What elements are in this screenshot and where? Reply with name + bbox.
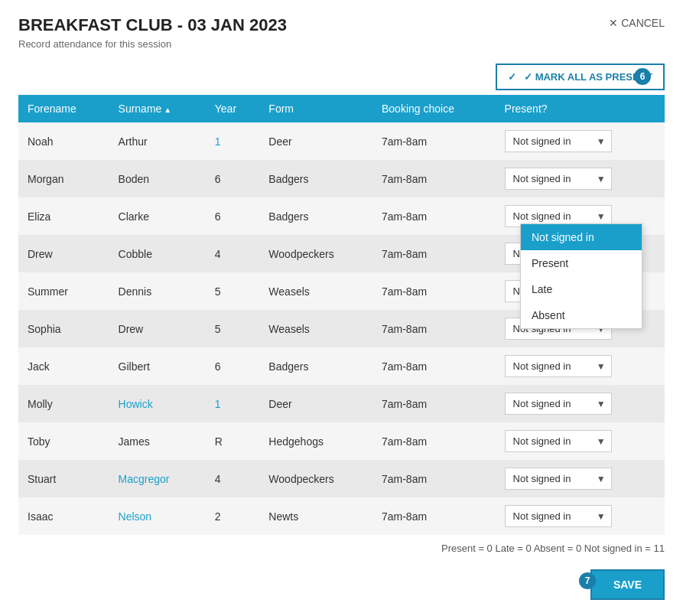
cell-year: 1 <box>206 122 260 160</box>
cell-year: R <box>206 422 260 460</box>
cell-forename: Morgan <box>18 160 109 197</box>
cell-surname: Dennis <box>109 272 206 310</box>
attendance-table-container: Forename Surname Year Form Booking choic… <box>0 95 683 535</box>
cell-form: Weasels <box>259 272 372 310</box>
table-row: Stuart Macgregor 4 Woodpeckers 7am-8am N… <box>18 460 665 497</box>
table-row: Toby James R Hedgehogs 7am-8am Not signe… <box>18 422 665 460</box>
cell-present[interactable]: Not signed inPresentLateAbsent▼ <box>496 385 665 422</box>
cell-booking: 7am-8am <box>372 460 496 497</box>
cell-form: Newts <box>259 497 372 535</box>
cell-forename: Drew <box>18 235 109 272</box>
cell-forename: Isaac <box>18 497 109 535</box>
cell-present[interactable]: Not signed inPresentLateAbsent▼ <box>496 347 665 385</box>
cell-forename: Noah <box>18 122 109 160</box>
cell-present[interactable]: Not signed inPresentLateAbsent▼ <box>496 460 665 497</box>
cell-forename: Jack <box>18 347 109 385</box>
status-select-6[interactable]: Not signed inPresentLateAbsent <box>505 355 612 377</box>
cell-surname: Drew <box>109 310 206 347</box>
cell-form: Badgers <box>259 197 372 235</box>
col-present: Present? <box>496 95 665 122</box>
dropdown-option-late[interactable]: Late <box>521 276 642 302</box>
page-subtitle: Record attendance for this session <box>18 38 665 50</box>
summary-row: Present = 0 Late = 0 Absent = 0 Not sign… <box>0 535 683 562</box>
toolbar: 6 ✓ ✓ MARK ALL AS PRESENT <box>0 56 683 95</box>
status-dropdown-open[interactable]: Not signed in Present Late Absent <box>520 223 642 329</box>
cell-booking: 7am-8am <box>372 347 496 385</box>
cell-surname[interactable]: Howick <box>109 385 206 422</box>
col-year: Year <box>206 95 260 122</box>
col-surname[interactable]: Surname <box>109 95 206 122</box>
cell-present[interactable]: Not signed inPresentLateAbsent▼ <box>496 422 665 460</box>
cell-booking: 7am-8am <box>372 197 496 235</box>
cell-year: 2 <box>206 497 260 535</box>
cell-forename: Summer <box>18 272 109 310</box>
table-row: Isaac Nelson 2 Newts 7am-8am Not signed … <box>18 497 665 535</box>
col-form: Form <box>259 95 372 122</box>
cell-forename: Sophia <box>18 310 109 347</box>
mark-all-label: ✓ MARK ALL AS PRESENT <box>524 71 652 83</box>
cell-booking: 7am-8am <box>372 160 496 197</box>
cell-booking: 7am-8am <box>372 310 496 347</box>
mark-all-badge: 6 <box>634 68 651 85</box>
dropdown-option-present[interactable]: Present <box>521 250 642 276</box>
cell-year: 6 <box>206 160 260 197</box>
status-select-8[interactable]: Not signed inPresentLateAbsent <box>505 430 612 452</box>
checkmark-icon: ✓ <box>508 71 516 83</box>
cell-form: Weasels <box>259 310 372 347</box>
page-title: BREAKFAST CLUB - 03 JAN 2023 <box>18 15 665 35</box>
status-select-1[interactable]: Not signed inPresentLateAbsent <box>505 168 612 190</box>
cell-surname: Boden <box>109 160 206 197</box>
cell-year: 6 <box>206 347 260 385</box>
status-select-9[interactable]: Not signed inPresentLateAbsent <box>505 468 612 490</box>
cell-booking: 7am-8am <box>372 385 496 422</box>
cell-booking: 7am-8am <box>372 122 496 160</box>
cell-form: Deer <box>259 385 372 422</box>
cell-form: Hedgehogs <box>259 422 372 460</box>
dropdown-option-absent[interactable]: Absent <box>521 302 642 328</box>
cell-surname[interactable]: Macgregor <box>109 460 206 497</box>
cell-year: 1 <box>206 385 260 422</box>
cell-form: Badgers <box>259 160 372 197</box>
cell-year: 4 <box>206 460 260 497</box>
col-forename: Forename <box>18 95 109 122</box>
table-row: Morgan Boden 6 Badgers 7am-8am Not signe… <box>18 160 665 197</box>
cell-booking: 7am-8am <box>372 272 496 310</box>
cell-booking: 7am-8am <box>372 422 496 460</box>
status-select-0[interactable]: Not signed inPresentLateAbsent <box>505 130 612 152</box>
cell-present[interactable]: Not signed inPresentLateAbsent▼ <box>496 160 665 197</box>
cell-forename: Eliza <box>18 197 109 235</box>
save-badge: 7 <box>579 572 596 589</box>
cell-surname: Arthur <box>109 122 206 160</box>
cell-year: 5 <box>206 310 260 347</box>
cell-surname: James <box>109 422 206 460</box>
cell-present[interactable]: Not signed inPresentLateAbsent▼ <box>496 122 665 160</box>
cell-surname[interactable]: Nelson <box>109 497 206 535</box>
cell-forename: Stuart <box>18 460 109 497</box>
cell-year: 5 <box>206 272 260 310</box>
cell-year: 4 <box>206 235 260 272</box>
cell-booking: 7am-8am <box>372 235 496 272</box>
cell-form: Badgers <box>259 347 372 385</box>
cell-surname: Gilbert <box>109 347 206 385</box>
cell-forename: Toby <box>18 422 109 460</box>
cell-forename: Molly <box>18 385 109 422</box>
save-button[interactable]: SAVE <box>590 569 665 600</box>
status-select-7[interactable]: Not signed inPresentLateAbsent <box>505 393 612 415</box>
cell-form: Deer <box>259 122 372 160</box>
table-row: Noah Arthur 1 Deer 7am-8am Not signed in… <box>18 122 665 160</box>
cell-form: Woodpeckers <box>259 460 372 497</box>
cell-booking: 7am-8am <box>372 497 496 535</box>
cancel-button[interactable]: ✕ CANCEL <box>609 17 665 29</box>
col-booking: Booking choice <box>372 95 496 122</box>
status-select-10[interactable]: Not signed inPresentLateAbsent <box>505 505 612 527</box>
dropdown-option-not-signed-in[interactable]: Not signed in <box>521 224 642 250</box>
footer-actions: 7 SAVE <box>0 562 683 615</box>
cell-present[interactable]: Not signed inPresentLateAbsent▼ <box>496 497 665 535</box>
cell-surname: Clarke <box>109 197 206 235</box>
page-header: BREAKFAST CLUB - 03 JAN 2023 Record atte… <box>0 0 683 56</box>
table-row: Jack Gilbert 6 Badgers 7am-8am Not signe… <box>18 347 665 385</box>
cell-form: Woodpeckers <box>259 235 372 272</box>
cell-surname: Cobble <box>109 235 206 272</box>
table-row: Molly Howick 1 Deer 7am-8am Not signed i… <box>18 385 665 422</box>
table-header-row: Forename Surname Year Form Booking choic… <box>18 95 665 122</box>
